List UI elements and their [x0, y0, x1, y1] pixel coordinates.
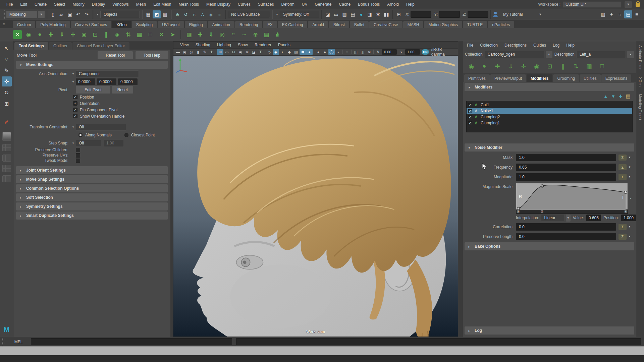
viewport-toolbar-icon[interactable]	[342, 49, 343, 55]
menu-item[interactable]: UV	[298, 0, 311, 9]
checkbox-row[interactable]: Preserve UVs:	[13, 153, 170, 158]
chevron-down-icon[interactable]	[625, 1, 632, 8]
viewport-toolbar-icon[interactable]: ▮	[195, 49, 201, 55]
transform-tool-button[interactable]: ✎	[2, 65, 12, 75]
panel-toggle-icon[interactable]: ▤	[624, 10, 632, 18]
checkbox[interactable]	[76, 153, 80, 158]
render-icon[interactable]: ▮▮	[382, 10, 390, 18]
viewport-toolbar-icon[interactable]: ▪	[335, 49, 341, 55]
render-icon[interactable]: ●	[357, 10, 365, 18]
panel-toggle-icon[interactable]: ✦	[607, 10, 615, 18]
curve-key-marker[interactable]: ⊠	[540, 210, 544, 213]
menu-item[interactable]: Select	[50, 0, 69, 9]
enable-checkbox[interactable]	[468, 121, 472, 125]
file-op-icon[interactable]: ↶	[74, 10, 82, 18]
xgen-tab[interactable]: Expressions	[601, 74, 631, 82]
viewport-toolbar-icon[interactable]: ▭	[224, 49, 230, 55]
shelf-tab[interactable]: FX	[263, 21, 277, 28]
checkbox[interactable]	[76, 148, 80, 152]
xgen-tool-icon[interactable]: ⊡	[545, 61, 555, 71]
orientation-value-field[interactable]: 0.0000	[97, 78, 116, 85]
menu-item[interactable]: Mesh Tools	[175, 0, 203, 9]
menu-item[interactable]: Bonus Tools	[354, 0, 383, 9]
menu-item[interactable]: Generate	[311, 0, 335, 9]
transform-tool-button[interactable]: ◌	[2, 54, 12, 64]
file-op-icon[interactable]: ▱	[57, 10, 65, 18]
settings-section-header[interactable]: Common Selection Options	[16, 184, 168, 192]
last-tool-icon[interactable]: ✐	[2, 117, 12, 127]
viewport-toolbar-icon[interactable]: ◪	[251, 49, 257, 55]
move-settings-header[interactable]: Move Settings	[16, 61, 168, 69]
viewport-toolbar-icon[interactable]: ◆	[286, 49, 292, 55]
menu-item[interactable]: Mesh	[132, 0, 150, 9]
shelf-tool-icon[interactable]: ◉	[79, 29, 89, 40]
shelf-tool-icon[interactable]: ➤	[167, 29, 178, 40]
viewport-toolbar-icon[interactable]: ◎	[188, 49, 195, 55]
chevron-down-icon[interactable]	[38, 11, 45, 18]
viewport-toolbar-icon[interactable]	[351, 49, 352, 55]
shelf-tool-icon[interactable]: ⇅	[123, 29, 133, 40]
log-section-header[interactable]: Log	[465, 326, 634, 335]
snap-icon[interactable]: ∴	[199, 10, 207, 18]
symmetry-combo[interactable]: Symmetry: Off	[280, 11, 319, 18]
chevron-down-icon[interactable]	[566, 215, 571, 222]
xgen-tool-icon[interactable]: ◉	[466, 61, 476, 71]
chevron-down-icon[interactable]	[70, 80, 76, 83]
transform-constraint-combo[interactable]: Off	[76, 124, 126, 131]
xgen-menu-item[interactable]: Help	[563, 43, 578, 48]
menu-item[interactable]: Windows	[109, 0, 132, 9]
settings-section-header[interactable]: Symmetry Settings	[16, 202, 168, 210]
shelf-tool-icon[interactable]: □	[145, 29, 156, 40]
chevron-down-icon[interactable]	[95, 13, 100, 16]
panel-toggle-icon[interactable]: ≡	[633, 10, 641, 18]
viewport-menu-item[interactable]: Lighting	[214, 43, 234, 47]
viewport-toolbar-icon[interactable]: ◯	[328, 49, 335, 55]
settings-section-header[interactable]: Smart Duplicate Settings	[16, 212, 168, 220]
menu-item[interactable]: Create	[31, 0, 50, 9]
shelf-tool-icon[interactable]: ◎	[217, 29, 227, 40]
menu-item[interactable]: Display	[88, 0, 109, 9]
viewport-toolbar-icon[interactable]: ⊠	[244, 49, 250, 55]
settings-section-header[interactable]: Soft Selection	[16, 193, 168, 201]
snap-icon[interactable]: ⊕	[173, 10, 181, 18]
workspace-combo[interactable]: Custom UI*	[563, 1, 622, 8]
xgen-menu-item[interactable]: Guides	[530, 43, 549, 48]
checkbox-row[interactable]: Show Orientation Handle	[13, 113, 170, 119]
render-icon[interactable]: ▤	[349, 10, 357, 18]
transform-tool-button[interactable]: ⊞	[2, 99, 12, 109]
viewport-menu-item[interactable]: View	[177, 43, 192, 47]
menu-item[interactable]: File	[3, 0, 16, 9]
snap-icon[interactable]: ◈	[207, 10, 215, 18]
live-surface-combo[interactable]: No Live Surface	[228, 11, 270, 18]
checkbox-row[interactable]: Pin Component Pivot	[13, 107, 170, 113]
chevron-down-icon[interactable]	[627, 234, 633, 240]
orientation-value-field[interactable]: 0.0000	[76, 78, 95, 85]
snap-icon[interactable]: ∩	[190, 10, 198, 18]
panel-splitter[interactable]	[458, 41, 463, 337]
shelf-tool-icon[interactable]: ✕	[156, 29, 167, 40]
chevron-down-icon[interactable]	[537, 11, 544, 18]
select-mode-icon[interactable]: ◩	[153, 10, 161, 18]
shelf-tab[interactable]: Custom	[13, 21, 35, 28]
shelf-tab[interactable]: CreativeCase	[369, 21, 402, 28]
viewport-toolbar-icon[interactable]: ✎	[202, 49, 208, 55]
shelf-tool-icon[interactable]: ⇓	[206, 29, 216, 40]
shelf-tab[interactable]: XGen	[112, 21, 131, 28]
shelf-tab[interactable]: UVLayout	[158, 21, 184, 28]
collection-combo[interactable]: Cartoony_xgen	[485, 51, 544, 58]
interpolation-combo[interactable]: Linear	[541, 215, 564, 221]
shelf-tab[interactable]: Poly Modeling	[36, 21, 70, 28]
shelf-tool-icon[interactable]: ∥	[101, 29, 111, 40]
attribute-field[interactable]: 0.0	[516, 223, 616, 231]
modifier-list-item[interactable]: ⋔ Cut1	[467, 102, 632, 108]
menu-set-combo[interactable]: Modeling	[6, 11, 37, 18]
side-tab[interactable]: XGen	[638, 77, 642, 86]
checkbox-row[interactable]: Tweak Mode:	[13, 158, 170, 163]
settings-section-header[interactable]: Move Snap Settings	[16, 175, 168, 183]
shelf-tab[interactable]: Animation	[208, 21, 234, 28]
shelf-tab[interactable]: FX Caching	[278, 21, 308, 28]
attribute-field[interactable]: 1.0	[516, 173, 616, 181]
menu-item[interactable]: Edit	[16, 0, 31, 9]
noise-modifier-header[interactable]: Noise Modifier	[465, 143, 634, 152]
expression-icon[interactable]: Σ	[619, 174, 627, 180]
